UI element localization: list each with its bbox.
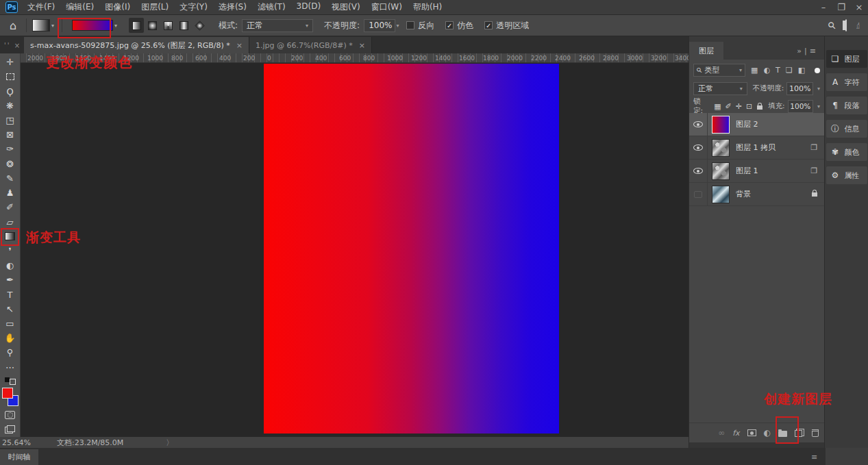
tab-layers[interactable]: 图层 <box>689 42 723 60</box>
layer-filter-select[interactable]: ⚲ 类型 ▾ <box>693 64 745 77</box>
chevron-down-icon[interactable]: ▾ <box>114 23 117 29</box>
workspace-icon[interactable] <box>845 20 847 31</box>
foreground-color-swatch[interactable] <box>2 388 13 399</box>
checkbox-dither[interactable]: ✓仿色 <box>445 20 473 32</box>
link-layers-icon[interactable]: ∞ <box>718 428 725 438</box>
layer-opacity-value[interactable]: 100% <box>786 82 813 95</box>
eye-icon[interactable] <box>693 168 703 174</box>
tool-type[interactable]: T <box>1 288 19 302</box>
menu-item[interactable]: 编辑(E) <box>66 1 94 13</box>
tool-marquee[interactable] <box>1 69 19 84</box>
checkbox-reverse[interactable]: 反向 <box>406 20 434 32</box>
filter-smartobject-icon[interactable]: ◧ <box>798 66 805 75</box>
layer-row[interactable]: 图层 2 <box>689 113 824 136</box>
chevron-down-icon[interactable]: ▾ <box>817 86 820 92</box>
layer-visibility-cell[interactable] <box>689 160 708 182</box>
lock-artboard-icon[interactable]: ⊡ <box>746 102 752 111</box>
filter-pixel-icon[interactable]: ▦ <box>751 66 758 75</box>
menu-item[interactable]: 窗口(W) <box>371 1 402 13</box>
eye-icon[interactable] <box>693 121 703 127</box>
lock-transparent-icon[interactable]: ▦ <box>714 102 721 111</box>
opacity-select[interactable]: 100% ▾ <box>364 19 395 32</box>
lock-all-icon[interactable] <box>757 105 762 110</box>
default-colors-icon[interactable] <box>5 377 16 386</box>
dock-button-paragraph[interactable]: ¶段落 <box>826 97 867 114</box>
document-tab[interactable]: 1.jpg @ 66.7%(RGB/8#) *× <box>249 37 372 53</box>
home-icon[interactable]: ⌂ <box>5 19 21 32</box>
tab-timeline[interactable]: 时间轴 <box>0 449 38 465</box>
menu-item[interactable]: 文件(F) <box>27 1 55 13</box>
menu-item[interactable]: 滤镜(T) <box>258 1 286 13</box>
menu-item[interactable]: 图像(I) <box>105 1 130 13</box>
tool-zoom[interactable]: ⚲ <box>1 345 19 360</box>
chevron-down-icon[interactable]: ▾ <box>51 23 54 29</box>
dock-button-character[interactable]: A字符 <box>826 73 867 91</box>
menu-item[interactable]: 视图(V) <box>332 1 360 13</box>
tool-crop[interactable]: ◳ <box>1 113 19 127</box>
layer-visibility-cell[interactable] <box>689 136 708 159</box>
screen-mode-button[interactable] <box>1 423 19 437</box>
minimize-button[interactable]: – <box>815 2 832 12</box>
zoom-level[interactable]: 25.64% <box>2 438 31 447</box>
dock-button-info[interactable]: ⓘ信息 <box>826 120 867 138</box>
menu-item[interactable]: 帮助(H) <box>413 1 442 13</box>
tool-dodge[interactable]: ◐ <box>1 258 19 273</box>
tool-shape[interactable]: ▭ <box>1 316 19 331</box>
chevron-down-icon[interactable]: ▾ <box>817 103 820 110</box>
dock-button-layers[interactable]: ❏图层 <box>826 50 867 68</box>
layer-blend-mode-select[interactable]: 正常 ▾ <box>693 82 747 95</box>
panel-menu-icon[interactable]: »|≡ <box>797 47 824 60</box>
layer-thumbnail[interactable] <box>712 116 730 134</box>
filter-type-icon[interactable]: T <box>776 66 780 75</box>
search-icon[interactable]: ⚲ <box>826 19 839 32</box>
layer-mask-icon[interactable] <box>747 429 756 436</box>
eye-icon[interactable] <box>693 144 703 151</box>
layer-visibility-cell[interactable] <box>689 183 708 205</box>
delete-layer-icon[interactable] <box>812 429 819 437</box>
quick-mask-button[interactable] <box>1 407 19 422</box>
close-tab-icon[interactable]: × <box>236 41 243 50</box>
checkbox-transparency-box[interactable]: ✓ <box>484 21 493 29</box>
layer-thumbnail[interactable] <box>712 139 730 157</box>
checkbox-transparency[interactable]: ✓透明区域 <box>484 20 529 32</box>
fill-value[interactable]: 100% <box>788 100 813 113</box>
layer-thumbnail[interactable] <box>712 162 730 180</box>
tool-lasso[interactable]: Ϙ <box>1 84 19 98</box>
color-swatches[interactable] <box>2 388 18 406</box>
gradient-type-diamond[interactable] <box>192 18 207 33</box>
dock-button-color[interactable]: ✾颜色 <box>826 143 867 161</box>
timeline-menu-icon[interactable]: ≡ <box>811 453 817 462</box>
tool-path-select[interactable]: ↖ <box>1 302 19 316</box>
tool-move[interactable]: ✛ <box>1 55 19 69</box>
tool-eraser[interactable]: ▱ <box>1 214 19 229</box>
document-tab[interactable]: s-max-avans-5092875.jpg @ 25.6% (图层 2, R… <box>24 37 249 53</box>
tool-spot-healing[interactable]: ❂ <box>1 157 19 171</box>
menu-item[interactable]: 3D(D) <box>297 1 321 13</box>
tool-eyedropper[interactable]: ✑ <box>1 142 19 156</box>
layer-style-icon[interactable]: fx <box>732 429 739 438</box>
filter-shape-icon[interactable]: ❏ <box>786 66 793 75</box>
layer-row[interactable]: 背景 <box>689 183 824 206</box>
layer-row[interactable]: 图层 1❐ <box>689 160 824 183</box>
tool-hand[interactable]: ✋ <box>1 331 19 345</box>
lock-paint-icon[interactable]: ✐ <box>726 102 732 111</box>
gradient-type-radial[interactable] <box>145 18 160 33</box>
status-chevron-icon[interactable]: 〉 <box>166 438 173 448</box>
close-tab-icon[interactable]: × <box>359 41 365 50</box>
filter-adjustment-icon[interactable]: ◐ <box>763 66 770 75</box>
canvas-gradient-image[interactable] <box>264 64 559 433</box>
menu-item[interactable]: 图层(L) <box>141 1 169 13</box>
close-button[interactable]: × <box>850 2 868 12</box>
tool-history-brush[interactable]: ✐ <box>1 200 19 214</box>
share-icon[interactable]: 🖞 <box>856 20 860 32</box>
gradient-type-reflected[interactable] <box>176 18 191 33</box>
adjustment-layer-icon[interactable]: ◐ <box>764 428 771 438</box>
tool-toolbar-ellipsis[interactable]: ⋯ <box>1 360 19 375</box>
tool-clone-stamp[interactable]: ♟ <box>1 186 19 200</box>
tool-pen[interactable]: ✒ <box>1 273 19 287</box>
layer-visibility-cell[interactable] <box>689 113 708 136</box>
eye-hidden-icon[interactable] <box>694 191 702 198</box>
tool-brush[interactable]: ✎ <box>1 171 19 186</box>
tool-preset-thumbnail[interactable] <box>32 19 50 32</box>
layer-thumbnail[interactable] <box>712 186 730 203</box>
